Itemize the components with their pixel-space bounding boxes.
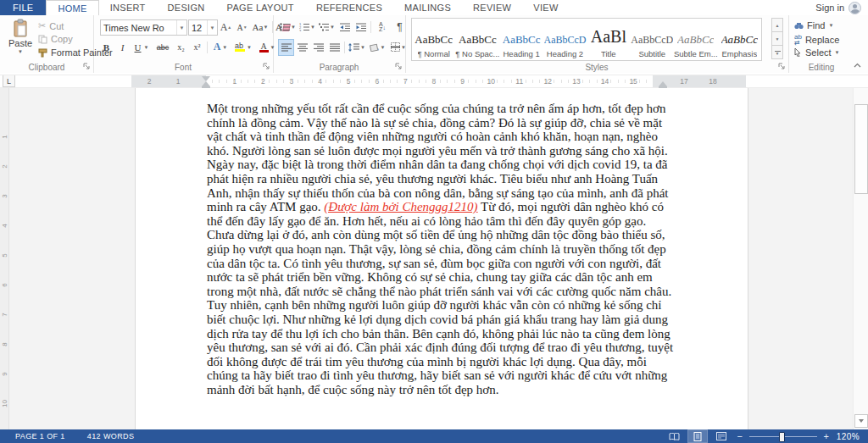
strikethrough-button[interactable]: abc	[153, 39, 173, 56]
style-label: Title	[601, 49, 616, 58]
style-item[interactable]: AaBbCc Heading 1	[499, 19, 542, 60]
style-preview: AaBbCc	[415, 25, 453, 47]
justify-icon	[330, 43, 340, 52]
line-spacing-button[interactable]: ▼	[347, 39, 367, 56]
zoom-slider-thumb[interactable]	[779, 432, 785, 442]
ruler-number: 1	[220, 75, 249, 87]
multilevel-list-button[interactable]: ▼	[317, 19, 337, 36]
tab-page-layout[interactable]: PAGE LAYOUT	[216, 0, 305, 15]
decrease-indent-button[interactable]	[337, 19, 353, 36]
style-preview: AaBbCc	[721, 25, 758, 47]
shading-button[interactable]: ▼	[367, 39, 387, 56]
ruler-number: 12	[534, 75, 563, 87]
subscript-button[interactable]: x₂	[173, 39, 189, 56]
document-page[interactable]: Một trong những yếu tốt rất cần để cuộc …	[135, 88, 748, 429]
vertical-ruler-numbers: 1234567891011	[0, 122, 8, 429]
vruler-cell: 5	[0, 241, 8, 270]
text-effects-button[interactable]: A▼	[209, 39, 231, 56]
ruler-number: 5	[0, 253, 8, 257]
sort-button[interactable]: A Z ↓	[373, 19, 392, 36]
style-item[interactable]: AaBbCcD Heading 2	[543, 19, 587, 60]
select-button[interactable]: Select ▼	[794, 47, 840, 58]
ruler-number: 1	[170, 75, 186, 87]
document-text[interactable]: Một trong những yếu tốt rất cần để cuộc …	[207, 102, 676, 396]
styles-scroll-down-icon[interactable]: ▼	[771, 32, 783, 46]
style-item[interactable]: AaBbCcD Subtitle	[631, 19, 674, 60]
tab-references[interactable]: REFERENCES	[305, 0, 393, 15]
tab-home[interactable]: HOME	[46, 0, 98, 15]
vruler-cell: 4	[0, 211, 8, 241]
align-right-button[interactable]	[310, 39, 326, 56]
ruler-number: 10	[1, 400, 8, 407]
font-name-combobox[interactable]: Times New Ro ▼	[100, 19, 187, 36]
replace-button[interactable]: ab⇄ Replace	[794, 34, 839, 46]
bold-button[interactable]: B	[98, 39, 114, 56]
word-count[interactable]: 412 WORDS	[87, 432, 135, 440]
scrollbar-thumb[interactable]	[854, 104, 868, 194]
collapse-ribbon-icon[interactable]	[852, 61, 862, 69]
style-item[interactable]: AaBbCc ¶ No Spac...	[455, 19, 499, 60]
print-layout-button[interactable]	[688, 430, 707, 442]
tab-design[interactable]: DESIGN	[157, 0, 216, 15]
vertical-scrollbar[interactable]	[853, 88, 868, 429]
line-spacing-icon	[348, 43, 359, 52]
copy-button[interactable]: Copy	[38, 34, 73, 44]
style-item[interactable]: AaBbCc ¶ Normal	[412, 19, 455, 60]
ruler-number: 18	[704, 75, 721, 87]
ruler-number: 8	[420, 75, 448, 87]
ruler-number: 11	[505, 75, 534, 87]
underline-button[interactable]: U▼	[131, 39, 153, 56]
grow-font-button[interactable]: A▲	[218, 19, 234, 36]
zoom-out-button[interactable]: −	[736, 432, 744, 441]
horizontal-ruler[interactable]: 2 1 123456789101112131415 17 18	[0, 75, 868, 88]
style-item[interactable]: AaBl Title	[587, 19, 630, 60]
tab-review[interactable]: REVIEW	[462, 0, 522, 15]
styles-scroll-up-icon[interactable]: ▲	[771, 18, 783, 32]
ruler-number: 2	[0, 164, 8, 168]
zoom-level[interactable]: 120%	[836, 432, 860, 441]
read-mode-button[interactable]	[665, 430, 683, 442]
clipboard-group-label: Clipboard	[0, 63, 93, 72]
paste-icon	[12, 19, 29, 37]
select-cursor-icon	[794, 48, 802, 57]
tab-mailings[interactable]: MAILINGS	[393, 0, 462, 15]
numbering-button[interactable]: 123 ▼	[298, 19, 317, 36]
page-indicator[interactable]: PAGE 1 OF 1	[15, 432, 65, 440]
sign-in-label: Sign in	[815, 3, 844, 13]
paragraph-group-label: Paragraph	[273, 63, 405, 72]
style-item[interactable]: AaBbCc Emphasis	[718, 19, 761, 60]
web-layout-button[interactable]	[712, 430, 731, 442]
align-left-button[interactable]	[278, 39, 294, 56]
paste-button[interactable]: Paste ▼	[4, 18, 36, 64]
increase-indent-button[interactable]	[353, 19, 369, 36]
shrink-font-button[interactable]: A▼	[234, 19, 250, 36]
zoom-slider[interactable]	[749, 430, 817, 442]
zoom-in-button[interactable]: +	[822, 432, 831, 441]
vertical-ruler[interactable]: 1234567891011	[0, 88, 9, 429]
tab-view[interactable]: VIEW	[522, 0, 569, 15]
ruler-number: 3	[0, 194, 8, 197]
align-center-button[interactable]	[294, 39, 310, 56]
justify-button[interactable]	[326, 39, 342, 56]
bullets-button[interactable]: ▼	[278, 19, 298, 36]
styles-gallery-scroll: ▲ ▼ ▼	[771, 18, 783, 59]
editing-group: Find ▼ ab⇄ Replace Select ▼ Editing	[788, 15, 854, 73]
ruler-number: 14	[591, 75, 620, 87]
italic-button[interactable]: I	[114, 39, 131, 56]
style-label: ¶ No Spac...	[455, 49, 499, 58]
font-size-dropdown-icon: ▼	[207, 20, 217, 35]
style-item[interactable]: AaBbCc Subtle Em...	[674, 19, 718, 60]
cut-button[interactable]: ✂ Cut	[38, 20, 64, 31]
find-button[interactable]: Find ▼	[794, 20, 833, 30]
style-preview: AaBbCc	[459, 25, 497, 47]
change-case-button[interactable]: Aa▼	[250, 19, 270, 36]
sign-in[interactable]: Sign in	[815, 0, 868, 15]
superscript-button[interactable]: x²	[189, 39, 205, 56]
tab-file[interactable]: FILE	[0, 0, 46, 15]
text-highlight-button[interactable]: ab ▼	[231, 39, 255, 56]
styles-more-icon[interactable]: ▼	[771, 46, 783, 59]
tab-insert[interactable]: INSERT	[99, 0, 157, 15]
font-size-combobox[interactable]: 12 ▼	[188, 19, 218, 36]
scroll-down-button[interactable]	[854, 414, 868, 428]
vruler-cell: 2	[0, 152, 8, 181]
